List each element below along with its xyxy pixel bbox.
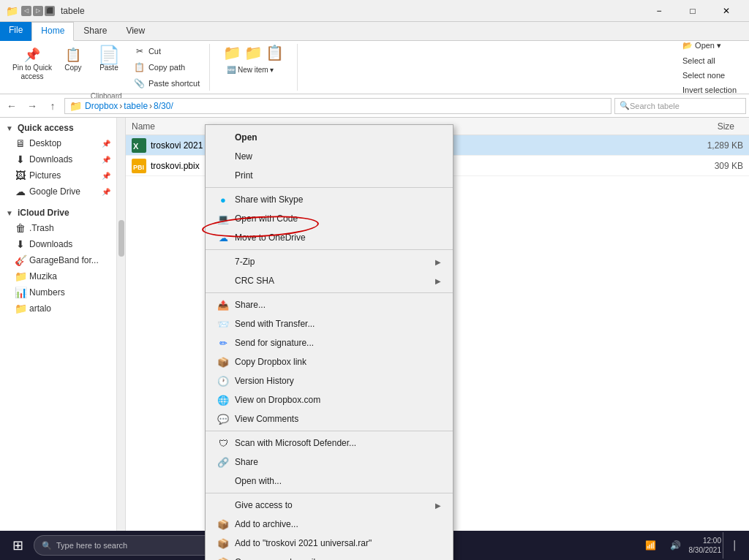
paste-button[interactable]: 📄 Paste xyxy=(91,44,127,74)
path-tabele[interactable]: tabele xyxy=(124,101,148,111)
pin-to-quickaccess-button[interactable]: 📌 Pin to Quickaccess xyxy=(9,44,56,83)
ribbon-organize-items: 📁 📁 📋 🆕 New item ▾ xyxy=(223,44,284,91)
sidebar-item-downloads[interactable]: ⬇ Downloads 📌 xyxy=(0,151,116,167)
sidebar-item-numbers[interactable]: 📊 Numbers xyxy=(0,284,116,300)
ctx-open-icon xyxy=(217,132,229,143)
ctx-compress-email[interactable]: 📦 Compress and email... xyxy=(206,553,453,560)
sidebar-item-trash[interactable]: 🗑 .Trash xyxy=(0,220,116,236)
trash-icon: 🗑 xyxy=(15,222,26,234)
search-box[interactable]: 🔍 Search tabele xyxy=(614,98,746,114)
pin-icon: 📌 xyxy=(23,46,41,64)
ribbon-small-buttons: ✂ Cut 📋 Copy path 📎 Paste shortcut xyxy=(130,44,203,91)
numbers-label: Numbers xyxy=(29,287,65,298)
taskbar-network-icon[interactable]: 📶 xyxy=(639,532,663,559)
sidebar-item-artalo[interactable]: 📁 artalo xyxy=(0,300,116,317)
minimize-button[interactable]: − xyxy=(642,0,676,22)
taskbar-search-icon: 🔍 xyxy=(42,541,52,550)
open-button[interactable]: 📂 Open ▾ xyxy=(679,39,740,52)
ctx-openwith-icon xyxy=(217,475,229,487)
select-all-button[interactable]: Select all xyxy=(679,55,740,67)
ctx-add-rar[interactable]: 📦 Add to "troskovi 2021 universal.rar" xyxy=(206,534,453,553)
ctx-version-history[interactable]: 🕐 Version History xyxy=(206,371,453,390)
ctx-open-label: Open xyxy=(235,132,257,143)
title-bar-text: tabele xyxy=(61,6,642,16)
close-button[interactable]: ✕ xyxy=(710,0,743,22)
pbix-filename: troskovi.pbix xyxy=(151,161,200,171)
ctx-7zip-icon xyxy=(217,256,229,268)
ctx-7zip[interactable]: 7-Zip ▶ xyxy=(206,252,453,271)
taskbar-volume-icon[interactable]: 🔊 xyxy=(664,532,688,559)
downloads-pin-icon: 📌 xyxy=(102,156,110,164)
select-all-label: Select all xyxy=(682,56,715,65)
ctx-crcsha[interactable]: CRC SHA ▶ xyxy=(206,271,453,290)
ctx-send-signature[interactable]: ✏ Send for signature... xyxy=(206,333,453,352)
tab-view[interactable]: View xyxy=(116,22,154,40)
ctx-view-comments[interactable]: 💬 View Comments xyxy=(206,409,453,428)
ctx-comments-label: View Comments xyxy=(235,414,298,424)
ctx-add-archive[interactable]: 📦 Add to archive... xyxy=(206,515,453,534)
sidebar-item-muzika[interactable]: 📁 Muzika xyxy=(0,268,116,284)
tab-share[interactable]: Share xyxy=(74,22,116,40)
ribbon-tabs: File Home Share View xyxy=(0,22,749,41)
copy-icon: 📋 xyxy=(64,46,82,64)
ctx-copy-dropbox-link[interactable]: 📦 Copy Dropbox link xyxy=(206,352,453,371)
copy-path-button[interactable]: 📋 Copy path xyxy=(130,60,203,75)
quickaccess-arrow: ▼ xyxy=(6,124,13,132)
cut-button[interactable]: ✂ Cut xyxy=(130,44,203,58)
ctx-share-2[interactable]: 🔗 Share xyxy=(206,453,453,472)
cut-icon: ✂ xyxy=(134,45,146,57)
ctx-view-dropbox[interactable]: 🌐 View on Dropbox.com xyxy=(206,390,453,409)
paste-shortcut-button[interactable]: 📎 Paste shortcut xyxy=(130,76,203,91)
ctx-skype-icon: ● xyxy=(217,194,229,205)
pictures-pin-icon: 📌 xyxy=(102,172,110,180)
up-button[interactable]: ↑ xyxy=(44,97,61,115)
tab-home[interactable]: Home xyxy=(31,22,74,41)
address-path[interactable]: 📁 Dropbox › tabele › 8/30/ xyxy=(64,98,611,114)
start-button[interactable]: ⊞ xyxy=(3,532,32,559)
ctx-new[interactable]: New xyxy=(206,147,453,166)
path-date[interactable]: 8/30/ xyxy=(154,101,173,111)
sidebar-item-googledrive[interactable]: ☁ Google Drive 📌 xyxy=(0,183,116,200)
ctx-send-transfer[interactable]: 📨 Send with Transfer... xyxy=(206,314,453,333)
artalo-icon: 📁 xyxy=(15,303,26,314)
forward-button[interactable]: → xyxy=(23,97,41,115)
tab-file[interactable]: File xyxy=(0,22,31,41)
ribbon-group-items-clipboard: 📌 Pin to Quickaccess 📋 Copy 📄 Paste ✂ Cu… xyxy=(9,44,203,91)
ctx-skype-label: Share with Skype xyxy=(235,194,303,205)
title-bar-icon: 📁 xyxy=(6,5,18,17)
invert-selection-button[interactable]: Invert selection xyxy=(679,84,740,96)
ctx-share-skype[interactable]: ● Share with Skype xyxy=(206,190,453,209)
ctx-print[interactable]: Print xyxy=(206,166,453,185)
garageband-icon: 🎸 xyxy=(15,254,26,266)
ctx-rar-label: Add to "troskovi 2021 universal.rar" xyxy=(235,538,372,548)
taskbar-show-desktop[interactable]: │ xyxy=(723,532,746,559)
ctx-share[interactable]: 📤 Share... xyxy=(206,295,453,314)
sidebar-item-desktop[interactable]: 🖥 Desktop 📌 xyxy=(0,135,116,151)
ctx-give-access[interactable]: Give access to ▶ xyxy=(206,496,453,515)
column-size[interactable]: Size xyxy=(667,121,740,132)
ctx-sep-2 xyxy=(206,249,453,250)
select-none-button[interactable]: Select none xyxy=(679,69,740,81)
back-button[interactable]: ← xyxy=(3,97,20,115)
icloud-downloads-icon: ⬇ xyxy=(15,238,26,250)
downloads-label: Downloads xyxy=(29,154,72,164)
path-dropbox[interactable]: Dropbox xyxy=(85,101,118,111)
sidebar-item-pictures[interactable]: 🖼 Pictures 📌 xyxy=(0,167,116,183)
copy-button[interactable]: 📋 Copy xyxy=(59,44,88,74)
new-item-button[interactable]: 🆕 New item ▾ xyxy=(223,64,277,75)
sidebar-item-garageband[interactable]: 🎸 GarageBand for... xyxy=(0,252,116,268)
ctx-move-onedrive[interactable]: ☁ Move to OneDrive xyxy=(206,228,453,247)
taskbar-clock[interactable]: 12:00 8/30/2021 xyxy=(689,536,722,555)
sidebar-scrollbar[interactable] xyxy=(117,118,126,540)
sidebar-scroll-thumb[interactable] xyxy=(118,220,124,257)
sidebar-quickaccess-header[interactable]: ▼ Quick access xyxy=(0,121,116,135)
sidebar-item-icloud-downloads[interactable]: ⬇ Downloads xyxy=(0,236,116,252)
ctx-open[interactable]: Open xyxy=(206,128,453,147)
sidebar-icloud-header[interactable]: ▼ iCloud Drive xyxy=(0,205,116,220)
googledrive-icon: ☁ xyxy=(15,186,26,197)
ctx-open-code[interactable]: 💻 Open with Code xyxy=(206,209,453,228)
maximize-button[interactable]: □ xyxy=(676,0,710,22)
ctx-openwith-label: Open with... xyxy=(235,476,282,486)
ctx-open-with[interactable]: Open with... xyxy=(206,472,453,491)
ctx-scan-defender[interactable]: 🛡 Scan with Microsoft Defender... xyxy=(206,434,453,453)
